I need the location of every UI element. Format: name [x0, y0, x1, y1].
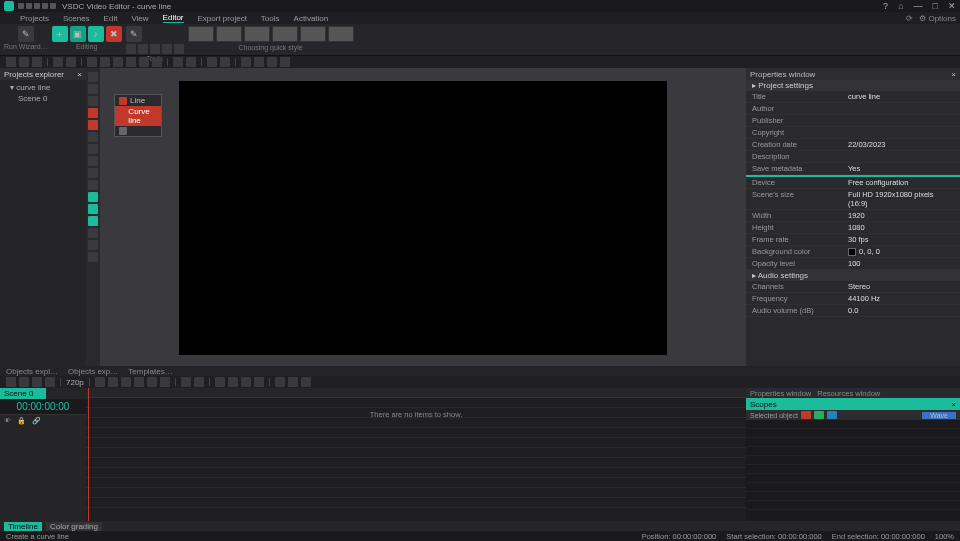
tab-resources-window[interactable]: Resources window — [817, 389, 880, 398]
zoom-in-icon[interactable] — [288, 377, 298, 387]
property-row[interactable]: ChannelsStereo — [746, 281, 960, 293]
resolution-select[interactable]: 720p — [66, 378, 84, 387]
add-object-icon[interactable]: ＋ — [52, 26, 68, 42]
tree-scene[interactable]: Scene 0 — [4, 93, 82, 104]
tb-grid-icon[interactable] — [254, 57, 264, 67]
mute-icon[interactable] — [194, 377, 204, 387]
preview-canvas[interactable] — [179, 81, 667, 355]
wizard-icon[interactable]: ✎ — [18, 26, 34, 42]
tool-paste-icon[interactable] — [150, 44, 160, 54]
tab-timeline[interactable]: Timeline — [4, 522, 42, 531]
style-thumb-3[interactable] — [244, 26, 270, 42]
property-row[interactable]: Frequency44100 Hz — [746, 293, 960, 305]
scope-blue-icon[interactable] — [827, 411, 837, 419]
tb-align-top-icon[interactable] — [126, 57, 136, 67]
scope-green-icon[interactable] — [814, 411, 824, 419]
style-thumb-4[interactable] — [272, 26, 298, 42]
properties-close-icon[interactable]: × — [951, 70, 956, 79]
stop-icon[interactable] — [134, 377, 144, 387]
timeline-ruler[interactable] — [86, 388, 746, 398]
audio-settings-section[interactable]: ▸ Audio settings — [746, 270, 960, 281]
tab-properties-window[interactable]: Properties window — [750, 389, 811, 398]
convert-icon[interactable]: ⟳ — [906, 14, 913, 23]
tool-rect-icon[interactable] — [88, 132, 98, 142]
playhead[interactable] — [88, 388, 89, 521]
track-eye-icon[interactable]: 👁 — [4, 417, 11, 425]
property-row[interactable]: Audio volume (dB)0.0 — [746, 305, 960, 317]
timeline-tracks[interactable]: There are no items to show. — [86, 388, 746, 521]
tb-snap-icon[interactable] — [241, 57, 251, 67]
play-icon[interactable] — [121, 377, 131, 387]
tb-align-middle-icon[interactable] — [139, 57, 149, 67]
tool-video-icon[interactable] — [88, 204, 98, 214]
property-row[interactable]: Titlecurve line — [746, 91, 960, 103]
crop-icon[interactable] — [228, 377, 238, 387]
tb-zoom-icon[interactable] — [280, 57, 290, 67]
tb-order-front-icon[interactable] — [173, 57, 183, 67]
tb-align-right-icon[interactable] — [113, 57, 123, 67]
menu-view[interactable]: View — [131, 14, 148, 23]
goto-end-icon[interactable] — [160, 377, 170, 387]
property-row[interactable]: Creation date22/03/2023 — [746, 139, 960, 151]
pen-tool-icon[interactable]: ✎ — [126, 26, 142, 42]
property-row[interactable]: Publisher — [746, 115, 960, 127]
tab-templates[interactable]: Templates… — [128, 367, 172, 376]
maximize-button[interactable]: □ — [933, 1, 938, 11]
scene-tab[interactable]: Scene 0 — [0, 388, 46, 399]
style-thumb-1[interactable] — [188, 26, 214, 42]
tool-text-icon[interactable] — [88, 156, 98, 166]
tb-paste-icon[interactable] — [32, 57, 42, 67]
video-effects-icon[interactable]: ▣ — [70, 26, 86, 42]
tab-objects-expl[interactable]: Objects expl… — [6, 367, 58, 376]
scope-red-icon[interactable] — [801, 411, 811, 419]
tb-copy-icon[interactable] — [19, 57, 29, 67]
style-thumb-5[interactable] — [300, 26, 326, 42]
tool-animation-icon[interactable] — [88, 228, 98, 238]
tb-cut-icon[interactable] — [6, 57, 16, 67]
tool-sprite-icon[interactable] — [88, 216, 98, 226]
tool-tooltip-icon[interactable] — [88, 168, 98, 178]
minimize-button[interactable]: — — [914, 1, 923, 11]
scope-mode-select[interactable]: Wave — [922, 412, 956, 419]
menu-export[interactable]: Export project — [198, 14, 247, 23]
menu-scenes[interactable]: Scenes — [63, 14, 90, 23]
property-row[interactable]: Scene's sizeFull HD 1920x1080 pixels (16… — [746, 189, 960, 210]
menu-edit[interactable]: Edit — [104, 14, 118, 23]
tb-align-left-icon[interactable] — [87, 57, 97, 67]
tb-order-back-icon[interactable] — [186, 57, 196, 67]
loop-icon[interactable] — [181, 377, 191, 387]
property-row[interactable]: Height1080 — [746, 222, 960, 234]
record-icon[interactable] — [32, 377, 42, 387]
tb-group-icon[interactable] — [207, 57, 217, 67]
help-icon[interactable]: ? — [883, 1, 888, 11]
tool-copy-icon[interactable] — [138, 44, 148, 54]
tb-redo-icon[interactable] — [66, 57, 76, 67]
options-button[interactable]: ⚙ Options — [919, 14, 956, 23]
property-row[interactable]: Width1920 — [746, 210, 960, 222]
tool-counter-icon[interactable] — [88, 180, 98, 190]
snap-toggle-icon[interactable] — [275, 377, 285, 387]
audio-effects-icon[interactable]: ♪ — [88, 26, 104, 42]
tree-root[interactable]: ▾ curve line — [4, 82, 82, 93]
goto-start-icon[interactable] — [95, 377, 105, 387]
tool-ellipse-icon[interactable] — [88, 144, 98, 154]
tool-redo-icon[interactable] — [174, 44, 184, 54]
explorer-close-icon[interactable]: × — [77, 70, 82, 79]
tab-color-grading[interactable]: Color grading — [46, 522, 102, 531]
add-track-icon[interactable] — [6, 377, 16, 387]
flyout-line[interactable]: Line — [115, 95, 161, 106]
tool-chart-icon[interactable] — [88, 84, 98, 94]
tb-undo-icon[interactable] — [53, 57, 63, 67]
tb-align-bottom-icon[interactable] — [152, 57, 162, 67]
tb-ungroup-icon[interactable] — [220, 57, 230, 67]
tool-undo-icon[interactable] — [162, 44, 172, 54]
tool-move-icon[interactable] — [88, 252, 98, 262]
tb-align-center-icon[interactable] — [100, 57, 110, 67]
close-button[interactable]: ✕ — [948, 1, 956, 11]
scopes-close-icon[interactable]: × — [951, 400, 956, 409]
tool-curve-icon[interactable] — [88, 120, 98, 130]
tool-pointer-icon[interactable] — [88, 72, 98, 82]
menu-activation[interactable]: Activation — [294, 14, 329, 23]
property-row[interactable]: Copyright — [746, 127, 960, 139]
property-row[interactable]: Frame rate30 fps — [746, 234, 960, 246]
